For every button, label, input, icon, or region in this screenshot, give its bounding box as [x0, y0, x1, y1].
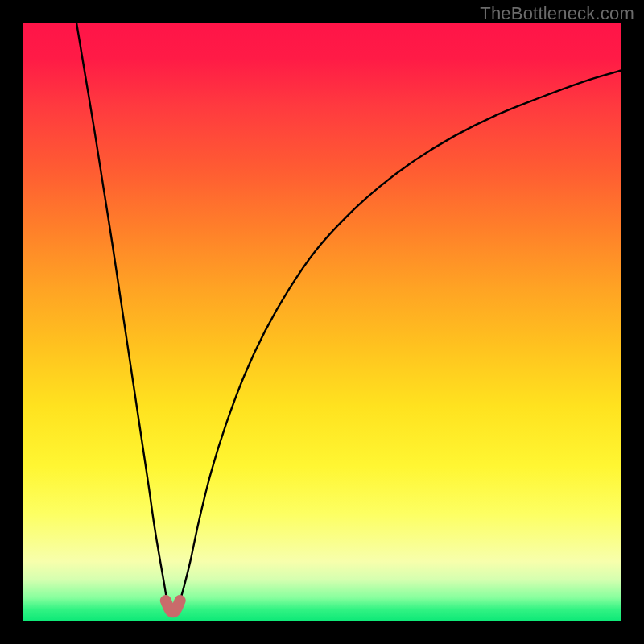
watermark-text: TheBottleneck.com [480, 3, 634, 24]
plot-area [23, 23, 621, 621]
bottleneck-curve [76, 23, 621, 601]
optimum-marker [166, 601, 180, 612]
bottleneck-curve-svg [23, 23, 621, 621]
curve-right-branch [180, 71, 621, 601]
chart-frame: TheBottleneck.com [0, 0, 644, 644]
curve-left-branch [76, 23, 167, 601]
